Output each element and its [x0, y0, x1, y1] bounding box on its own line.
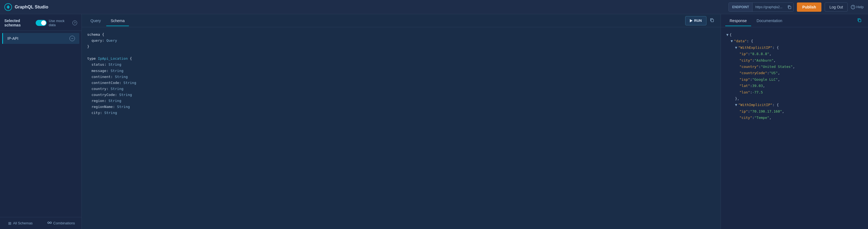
- middle-panel-header: Query Schema RUN: [82, 14, 721, 27]
- json-line: "lat" : 39.03 ,: [726, 83, 863, 89]
- endpoint-container: ENDPOINT https://graphqla2...: [728, 2, 793, 12]
- code-line: message: String: [87, 68, 715, 74]
- remove-schema-button[interactable]: −: [69, 36, 75, 41]
- json-line: ▼ "WithExplicitIP" : {: [726, 45, 863, 51]
- mock-help-icon[interactable]: ?: [72, 21, 77, 25]
- copy-middle-button[interactable]: [708, 17, 716, 25]
- code-line: city: String: [87, 110, 715, 116]
- collapse-arrow[interactable]: ▼: [726, 32, 728, 38]
- all-schemas-label: All Schemas: [13, 221, 33, 225]
- app-title: GraphQL Studio: [15, 5, 48, 9]
- svg-point-6: [50, 222, 52, 224]
- response-area: ▼ { ▼ "data" : { ▼ "WithExplicitIP" : { …: [721, 27, 868, 229]
- json-line: "country" : "United States" ,: [726, 63, 863, 70]
- code-line: regionName: String: [87, 104, 715, 110]
- topnav: GraphQL Studio ENDPOINT https://graphqla…: [0, 0, 868, 14]
- tab-documentation[interactable]: Documentation: [752, 15, 786, 26]
- code-line: query: Query: [87, 38, 715, 44]
- collapse-arrow[interactable]: ▼: [735, 45, 737, 51]
- expand-right-button[interactable]: [855, 17, 864, 25]
- svg-text:?: ?: [852, 6, 854, 9]
- logout-button[interactable]: Log Out: [825, 2, 847, 12]
- run-button[interactable]: RUN: [685, 16, 707, 25]
- combinations-label: Combinations: [53, 221, 75, 225]
- code-line: continent: String: [87, 74, 715, 80]
- json-line: "ip" : "8.8.8.8" ,: [726, 51, 863, 57]
- code-line: countryCode: String: [87, 92, 715, 98]
- json-line: ▼ "data" : {: [726, 38, 863, 44]
- json-line: "countryCode" : "US" ,: [726, 70, 863, 76]
- json-line: "city" : "Tempe" ,: [726, 115, 863, 121]
- help-button[interactable]: ? Help: [851, 5, 864, 9]
- code-line: schema {: [87, 32, 715, 38]
- tab-query[interactable]: Query: [86, 15, 105, 26]
- toggle-knob: [41, 21, 46, 25]
- left-footer: ⊞ All Schemas Combinations: [0, 217, 82, 229]
- selected-schemas-title: Selected schemas: [4, 19, 36, 27]
- code-line: }: [87, 44, 715, 50]
- tab-response[interactable]: Response: [725, 15, 751, 26]
- run-label: RUN: [694, 19, 702, 23]
- logo-icon: [4, 3, 12, 11]
- code-line: region: String: [87, 98, 715, 104]
- combinations-tab[interactable]: Combinations: [41, 217, 82, 229]
- code-line: continentCode: String: [87, 80, 715, 86]
- schema-name: IP-API: [7, 36, 18, 40]
- tab-schema[interactable]: Schema: [106, 15, 129, 26]
- mock-data-toggle[interactable]: [36, 20, 46, 26]
- mock-data-row: Use mock data ?: [36, 19, 77, 27]
- svg-rect-2: [788, 6, 791, 9]
- schema-item-ip-api[interactable]: IP-API −: [2, 33, 79, 44]
- svg-point-5: [48, 222, 49, 224]
- code-line: type IpApi_Location {: [87, 56, 715, 62]
- main-layout: Selected schemas Use mock data ? IP-API …: [0, 14, 868, 229]
- mock-data-label: Use mock data: [49, 19, 70, 27]
- code-line: country: String: [87, 86, 715, 92]
- json-line: ▼ {: [726, 32, 863, 38]
- copy-endpoint-button[interactable]: [785, 3, 793, 11]
- publish-button[interactable]: Publish: [797, 2, 822, 12]
- code-line: status: String: [87, 62, 715, 67]
- json-line: "lon" : -77.5: [726, 89, 863, 95]
- collapse-arrow[interactable]: ▼: [731, 38, 733, 44]
- json-line: "city" : "Ashburn" ,: [726, 57, 863, 63]
- left-panel: Selected schemas Use mock data ? IP-API …: [0, 14, 82, 229]
- right-panel-header: Response Documentation: [721, 14, 868, 27]
- endpoint-label: ENDPOINT: [729, 3, 752, 11]
- svg-point-1: [7, 6, 9, 8]
- middle-panel: Query Schema RUN schema { query: Query }…: [82, 14, 721, 229]
- logo-area: GraphQL Studio: [4, 3, 48, 11]
- collapse-arrow[interactable]: ▼: [735, 102, 737, 108]
- all-schemas-tab[interactable]: ⊞ All Schemas: [0, 217, 41, 229]
- left-header: Selected schemas Use mock data ?: [0, 14, 82, 31]
- combinations-icon: [48, 221, 52, 226]
- all-schemas-icon: ⊞: [8, 221, 11, 225]
- json-line: ▼ "WithImplicitIP" : {: [726, 102, 863, 108]
- svg-rect-7: [711, 19, 714, 22]
- svg-rect-8: [859, 19, 861, 22]
- play-icon: [690, 19, 692, 22]
- endpoint-url: https://graphqla2...: [752, 3, 785, 11]
- right-panel: Response Documentation ▼ { ▼ "data" : { …: [721, 14, 868, 229]
- json-line: "isp" : "Google LLC" ,: [726, 76, 863, 83]
- json-line: "ip" : "70.190.17.160" ,: [726, 108, 863, 115]
- code-line: [87, 50, 715, 56]
- json-line: },: [726, 95, 863, 102]
- schema-code-area: schema { query: Query } type IpApi_Locat…: [82, 27, 721, 229]
